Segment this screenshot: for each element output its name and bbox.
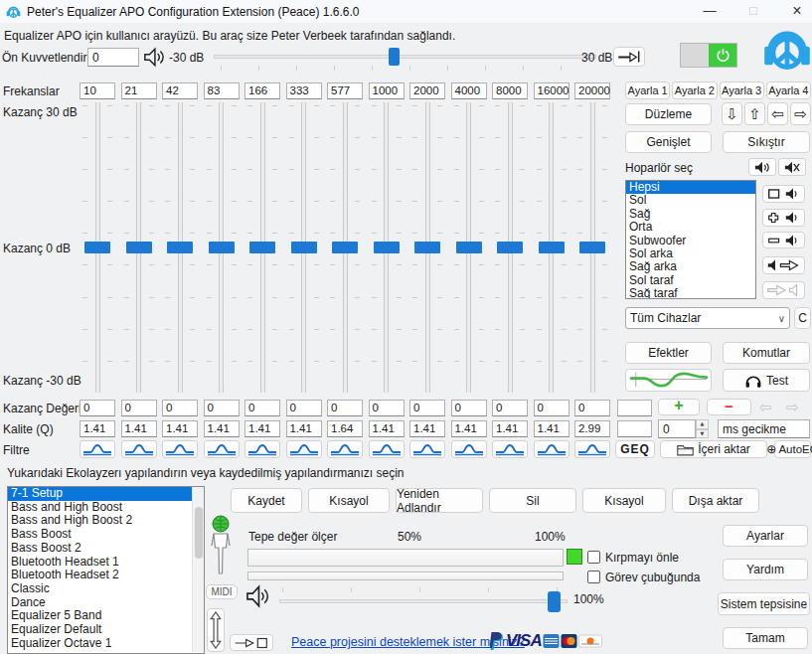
eq-slider-handle[interactable] — [209, 242, 235, 253]
eq-slider-handle[interactable] — [414, 242, 440, 253]
preset-list-item[interactable]: Classic — [8, 582, 204, 596]
q-input[interactable]: 1.41 — [369, 420, 405, 437]
freq-input[interactable]: 577 — [327, 82, 363, 99]
q-input[interactable]: 1.41 — [409, 420, 445, 437]
preset-list-item[interactable]: Equalizer Octave 1 — [8, 637, 204, 651]
speaker-list-item[interactable]: Sağ arka — [626, 260, 755, 273]
power-toggle[interactable] — [680, 43, 737, 68]
q-input[interactable]: 1.64 — [327, 420, 363, 437]
eq-band-slider[interactable] — [327, 102, 363, 393]
preset-list-item[interactable]: Bass and High Boost 2 — [8, 514, 204, 528]
filter-button[interactable] — [409, 440, 445, 458]
curve-button[interactable] — [625, 369, 712, 392]
filter-button[interactable] — [244, 440, 280, 458]
q-extra-input[interactable] — [617, 420, 652, 437]
geq-button[interactable]: GEQ — [615, 440, 655, 458]
gain-input[interactable]: 0 — [162, 400, 198, 416]
help-button[interactable]: Yardım — [723, 559, 808, 580]
eq-band-slider[interactable] — [244, 102, 280, 393]
close-button[interactable]: × — [777, 0, 812, 23]
eq-slider-handle[interactable] — [291, 242, 317, 253]
save-button[interactable]: Kaydet — [231, 488, 302, 513]
gain-input[interactable]: 0 — [369, 400, 405, 416]
preset-listbox[interactable]: 7-1 SetupBass and High BoostBass and Hig… — [7, 486, 205, 654]
eq-slider-handle[interactable] — [332, 242, 358, 253]
eq-band-slider[interactable] — [80, 102, 115, 393]
volume-slider-track[interactable] — [279, 599, 568, 603]
eq-band-slider[interactable] — [409, 102, 445, 393]
speaker-add-button[interactable] — [762, 209, 805, 227]
filter-button[interactable] — [451, 440, 487, 458]
import-button[interactable]: İçeri aktar — [660, 440, 767, 458]
preset-scrollbar[interactable] — [192, 487, 204, 652]
eq-band-slider[interactable] — [121, 102, 157, 393]
device-dropdown[interactable]: Tüm Cihazlar ∨ — [625, 307, 790, 329]
freq-input[interactable]: 20000 — [574, 82, 610, 99]
midi-button[interactable]: MIDI — [206, 584, 238, 599]
settings-button[interactable]: Ayarlar — [723, 525, 808, 547]
eq-slider-handle[interactable] — [539, 242, 565, 253]
q-input[interactable]: 1.41 — [121, 420, 157, 437]
speaker-mute-button[interactable] — [778, 158, 806, 176]
move-down-button[interactable]: ⇩ — [722, 102, 742, 125]
gain-input[interactable]: 0 — [286, 400, 322, 416]
set-button[interactable]: Ayarla 1 — [625, 82, 670, 99]
q-input[interactable]: 1.41 — [244, 420, 280, 437]
preamp-speaker-icon[interactable] — [143, 47, 165, 68]
set-button[interactable]: Ayarla 3 — [720, 82, 764, 99]
move-right-button[interactable]: ⇨ — [790, 102, 811, 125]
minimize-button[interactable]: — — [690, 0, 730, 23]
eq-band-slider[interactable] — [369, 102, 405, 393]
preset-list-item[interactable]: Bass and High Boost — [8, 501, 204, 515]
eq-slider-handle[interactable] — [497, 242, 523, 253]
preset-list-item[interactable]: Dance — [8, 596, 204, 610]
delay-input[interactable]: 0 — [658, 419, 696, 438]
flatten-button[interactable]: Düzleme — [625, 103, 712, 125]
freq-input[interactable]: 166 — [244, 82, 280, 99]
system-tray-button[interactable]: Sistem tepsisine — [718, 592, 810, 615]
eq-slider-handle[interactable] — [249, 242, 275, 253]
delay-unit-field[interactable]: ms gecikme — [718, 419, 810, 438]
filter-button[interactable] — [534, 440, 569, 458]
filter-button[interactable] — [204, 440, 240, 458]
freq-input[interactable]: 2000 — [409, 82, 445, 99]
speaker-list-item[interactable]: Sağ — [626, 208, 755, 221]
eq-band-slider[interactable] — [162, 102, 198, 393]
taskbar-checkbox[interactable] — [587, 571, 600, 583]
gain-input[interactable]: 0 — [451, 400, 487, 416]
preamp-input[interactable]: 0 — [87, 48, 139, 67]
speaker-list-item[interactable]: Sol taraf — [626, 274, 755, 287]
preset-list-item[interactable]: Bluetooth Headset 2 — [8, 569, 204, 582]
q-input[interactable]: 1.41 — [286, 420, 322, 437]
freq-input[interactable]: 16000 — [534, 82, 569, 99]
filter-button[interactable] — [121, 440, 157, 458]
speaker-remove-button[interactable] — [762, 232, 805, 248]
shortcut-button[interactable]: Kısayol — [308, 488, 390, 513]
filter-button[interactable] — [286, 440, 322, 458]
q-input[interactable]: 1.41 — [162, 420, 198, 437]
gain-input[interactable]: 0 — [409, 400, 445, 416]
eq-slider-handle[interactable] — [167, 242, 193, 253]
gain-extra-input[interactable] — [617, 400, 652, 416]
q-input[interactable]: 1.41 — [534, 420, 569, 437]
q-input[interactable]: 1.41 — [451, 420, 487, 437]
gain-input[interactable]: 0 — [121, 400, 157, 416]
speaker-list-item[interactable]: Orta — [626, 221, 755, 234]
test-button[interactable]: Test — [723, 369, 810, 392]
speaker-listbox[interactable]: HepsiSolSağOrtaSubwooferSol arkaSağ arka… — [625, 180, 756, 299]
q-input[interactable]: 2.99 — [574, 420, 610, 437]
freq-input[interactable]: 83 — [204, 82, 240, 99]
eq-slider-handle[interactable] — [126, 242, 152, 253]
filter-button[interactable] — [80, 440, 115, 458]
delete-button[interactable]: Sil — [489, 488, 576, 513]
freq-input[interactable]: 4000 — [451, 82, 487, 99]
preset-list-item[interactable]: Equalizer 5 Band — [8, 609, 204, 623]
compress-button[interactable]: Sıkıştır — [723, 131, 810, 153]
q-input[interactable]: 1.41 — [204, 420, 240, 437]
eq-slider-handle[interactable] — [84, 242, 110, 253]
gain-input[interactable]: 0 — [80, 400, 115, 416]
commands-button[interactable]: Komutlar — [723, 342, 810, 364]
gain-input[interactable]: 0 — [204, 400, 240, 416]
preamp-slider-handle[interactable] — [389, 48, 400, 66]
effects-button[interactable]: Efektler — [625, 342, 712, 364]
